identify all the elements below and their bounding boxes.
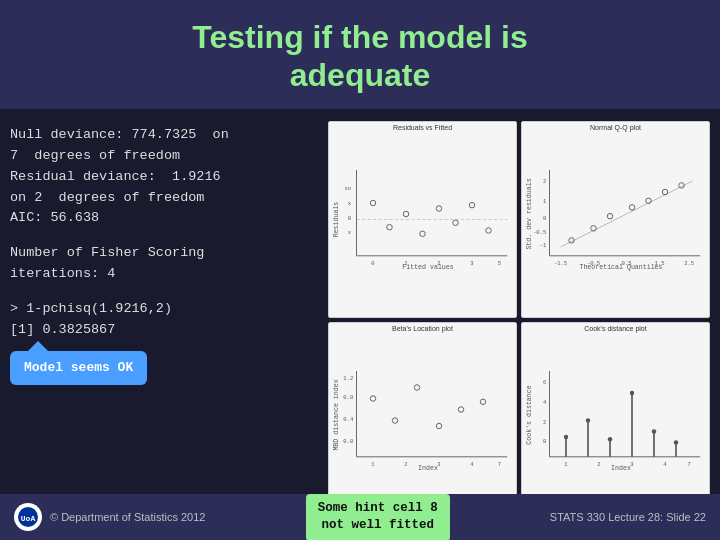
plot-normal-qq: Normal Q-Q plot Theoretical Quantiles St…: [521, 121, 710, 318]
svg-text:1.2: 1.2: [343, 375, 353, 382]
svg-point-78: [674, 440, 678, 444]
plot2-title: Normal Q-Q plot: [590, 124, 641, 131]
svg-text:7: 7: [688, 460, 691, 467]
svg-point-49: [392, 418, 398, 424]
title-bar: Testing if the model is adequate: [0, 0, 720, 109]
left-panel: Null deviance: 774.7325 on 7 degrees of …: [10, 119, 320, 519]
svg-line-26: [561, 181, 693, 247]
svg-text:6: 6: [543, 379, 546, 386]
svg-text:Index: Index: [418, 465, 438, 472]
content-area: Null deviance: 774.7325 on 7 degrees of …: [0, 109, 720, 519]
svg-text:1: 1: [564, 460, 568, 467]
stats-block1: Null deviance: 774.7325 on 7 degrees of …: [10, 125, 320, 230]
svg-text:-1: -1: [540, 242, 547, 249]
svg-text:5: 5: [498, 259, 501, 266]
svg-point-29: [607, 213, 613, 219]
slide: Testing if the model is adequate Null de…: [0, 0, 720, 540]
svg-text:0.4: 0.4: [343, 415, 354, 422]
svg-text:-1.5: -1.5: [554, 259, 567, 266]
svg-text:2: 2: [543, 178, 546, 185]
slide-reference: STATS 330 Lecture 28: Slide 22: [550, 511, 706, 523]
svg-text:4: 4: [663, 460, 667, 467]
svg-point-72: [608, 437, 612, 441]
svg-text:xo: xo: [344, 185, 351, 192]
model-ok-callout: Model seems OK: [10, 341, 320, 385]
svg-text:UoA: UoA: [21, 514, 36, 523]
svg-text:x: x: [348, 229, 352, 236]
svg-point-74: [630, 391, 634, 395]
svg-point-11: [469, 202, 475, 208]
plot4-title: Cook's distance plot: [584, 325, 646, 332]
svg-text:0: 0: [371, 259, 374, 266]
svg-point-5: [370, 200, 376, 206]
svg-text:7: 7: [498, 460, 501, 467]
svg-text:0: 0: [543, 437, 546, 444]
svg-text:2: 2: [404, 460, 407, 467]
svg-point-6: [387, 224, 393, 230]
svg-text:Index: Index: [611, 465, 631, 472]
svg-point-32: [662, 189, 668, 195]
svg-point-10: [453, 220, 459, 226]
svg-text:4: 4: [470, 460, 474, 467]
callout-label: Model seems OK: [10, 351, 147, 385]
svg-point-12: [486, 228, 492, 234]
svg-text:3: 3: [470, 259, 473, 266]
svg-point-7: [403, 211, 409, 217]
svg-text:-0.5: -0.5: [533, 229, 546, 236]
svg-text:-0.5: -0.5: [587, 259, 600, 266]
svg-point-76: [652, 429, 656, 433]
svg-text:MBD distance index: MBD distance index: [333, 379, 340, 450]
university-logo: UoA: [14, 503, 42, 531]
plot-betas-location: Beta's Location plot Index MBD distance …: [328, 322, 517, 519]
plot-cooks-distance: Cook's distance plot Index Cook's distan…: [521, 322, 710, 519]
footer: UoA © Department of Statistics 2012 Some…: [0, 494, 720, 540]
svg-text:Std. dev residuals: Std. dev residuals: [526, 178, 533, 249]
svg-text:0: 0: [543, 214, 546, 221]
svg-text:Cook's distance: Cook's distance: [526, 385, 533, 444]
footer-left: UoA © Department of Statistics 2012: [14, 503, 205, 531]
svg-text:1.5: 1.5: [655, 259, 665, 266]
stats-block3: > 1-pchisq(1.9216,2) [1] 0.3825867: [10, 299, 320, 341]
stats-block2: Number of Fisher Scoring iterations: 4: [10, 243, 320, 285]
plot-residuals-fitted: Residuals vs Fitted Fitted values Residu…: [328, 121, 517, 318]
svg-text:4: 4: [543, 399, 547, 406]
svg-point-50: [414, 385, 420, 391]
svg-point-30: [629, 204, 635, 210]
svg-point-48: [370, 396, 376, 402]
svg-point-53: [480, 399, 486, 405]
plots-panel: Residuals vs Fitted Fitted values Residu…: [328, 119, 710, 519]
svg-text:1: 1: [371, 460, 375, 467]
svg-text:0: 0: [348, 214, 351, 221]
svg-text:0.8: 0.8: [343, 393, 353, 400]
svg-text:3: 3: [630, 460, 633, 467]
svg-point-70: [586, 418, 590, 422]
copyright-text: © Department of Statistics 2012: [50, 511, 205, 523]
svg-text:3: 3: [437, 460, 440, 467]
svg-text:0.5: 0.5: [622, 259, 632, 266]
plot3-title: Beta's Location plot: [392, 325, 453, 332]
svg-text:2: 2: [597, 460, 600, 467]
svg-text:2: 2: [437, 259, 440, 266]
title-line1: Testing if the model is: [192, 19, 527, 55]
svg-text:1: 1: [543, 198, 547, 205]
svg-text:Residuals: Residuals: [333, 201, 340, 237]
svg-point-51: [436, 423, 442, 429]
svg-point-68: [564, 435, 568, 439]
svg-text:Fitted values: Fitted values: [402, 264, 453, 271]
slide-title: Testing if the model is adequate: [20, 18, 700, 95]
svg-text:x: x: [348, 200, 352, 207]
svg-text:2.5: 2.5: [684, 259, 694, 266]
svg-text:2: 2: [543, 419, 546, 426]
title-line2: adequate: [290, 57, 430, 93]
svg-point-8: [420, 231, 426, 237]
svg-point-9: [436, 206, 442, 212]
hint-box: Some hint cell 8 not well fitted: [306, 494, 450, 541]
svg-point-52: [458, 407, 464, 413]
plot1-title: Residuals vs Fitted: [393, 124, 452, 131]
svg-text:0.0: 0.0: [343, 437, 353, 444]
